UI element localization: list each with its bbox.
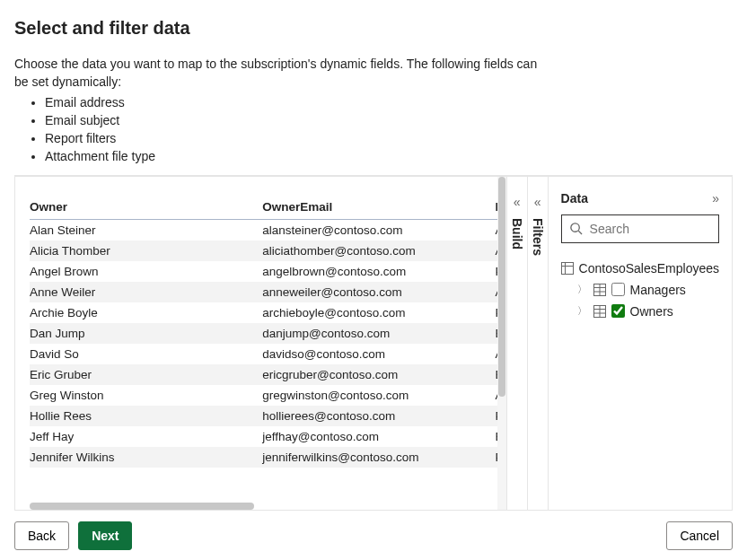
intro-lead: Choose the data you want to map to the s… [14,57,537,89]
table-node-managers[interactable]: 〉 Managers [561,279,719,301]
table-row[interactable]: Eric Gruberericgruber@contoso.comEthan B… [30,364,506,385]
table-cell: ericgruber@contoso.com [262,364,495,385]
table-row[interactable]: Greg Winstongregwinston@contoso.comAmeli… [30,385,506,406]
table-cell: hollierees@contoso.com [262,406,495,426]
table-row[interactable]: Alan Steineralansteiner@contoso.comAmeli… [30,219,506,241]
table-cell: angelbrown@contoso.com [262,261,495,282]
table-cell: davidso@contoso.com [262,344,495,364]
svg-rect-2 [561,262,573,274]
table-cell: Archie Boyle [30,302,262,323]
intro-block: Choose the data you want to map to the s… [14,55,553,166]
table-cell: Jennifer Wilkins [30,447,262,468]
chevron-right-icon[interactable]: 〉 [577,304,588,318]
table-node-owners[interactable]: 〉 Owners [561,301,719,322]
data-tree: ContosoSalesEmployees 〉 Managers 〉 Owner… [561,258,719,322]
dataset-label: ContosoSalesEmployees [579,261,719,276]
table-cell: David So [30,344,262,364]
build-rail[interactable]: « Build [506,177,527,510]
chevron-right-icon[interactable]: 〉 [577,283,588,296]
table-cell: Anne Weiler [30,282,262,302]
table-pane: Owner OwnerEmail Manager Alan Steinerala… [15,177,506,510]
dataset-node[interactable]: ContosoSalesEmployees [561,258,719,279]
intro-bullets: Email address Email subject Report filte… [14,93,553,166]
table-cell: Alan Steiner [30,219,262,241]
col-header-email[interactable]: OwnerEmail [262,197,495,220]
col-header-owner[interactable]: Owner [30,197,262,220]
table-cell: Alicia Thomber [30,241,262,261]
table-row[interactable]: Jeff Hayjeffhay@contoso.comEthan Brooks [30,426,506,447]
intro-bullet: Attachment file type [45,147,553,165]
table-label: Managers [630,283,686,297]
svg-point-0 [570,223,578,232]
table-cell: jeffhay@contoso.com [262,426,495,447]
data-table: Owner OwnerEmail Manager Alan Steinerala… [30,197,506,468]
intro-bullet: Email subject [45,111,553,129]
table-row[interactable]: David Sodavidso@contoso.comAmelie Garner [30,344,506,364]
search-input[interactable] [588,221,711,237]
cancel-button[interactable]: Cancel [666,521,733,550]
table-row[interactable]: Hollie Reeshollierees@contoso.comPeyton … [30,406,506,426]
filters-rail-label: Filters [531,218,545,256]
footer: Back Next Cancel [14,521,733,550]
chevron-left-double-icon: « [534,195,541,209]
table-checkbox-owners[interactable] [611,304,625,318]
table-cell: Hollie Rees [30,406,262,426]
table-cell: jenniferwilkins@contoso.com [262,447,495,468]
table-row[interactable]: Angel Brownangelbrown@contoso.comPeyton … [30,261,506,282]
table-icon [593,305,606,318]
table-cell: Dan Jump [30,323,262,344]
svg-line-1 [578,232,582,235]
table-cell: archieboyle@contoso.com [262,302,495,323]
chevron-right-double-icon[interactable]: » [712,191,719,206]
horizontal-scrollbar[interactable] [30,503,497,510]
intro-bullet: Report filters [45,129,553,147]
table-checkbox-managers[interactable] [611,283,625,296]
table-cell: Eric Gruber [30,364,262,385]
search-icon [569,222,583,235]
table-cell: anneweiler@contoso.com [262,282,495,302]
table-row[interactable]: Dan Jumpdanjump@contoso.comEthan Brooks [30,323,506,344]
next-button[interactable]: Next [78,521,132,550]
table-cell: danjump@contoso.com [262,323,495,344]
table-cell: Greg Winston [30,385,262,406]
search-input-wrap[interactable] [561,214,719,243]
back-button[interactable]: Back [14,521,69,550]
page-title: Select and filter data [14,18,733,39]
table-label: Owners [630,304,673,319]
table-row[interactable]: Alicia Thomberaliciathomber@contoso.comA… [30,241,506,261]
table-cell: aliciathomber@contoso.com [262,241,495,261]
data-pane: Data » ContosoSalesEmployees 〉 [548,177,732,510]
filters-rail[interactable]: « Filters [527,177,548,510]
semantic-model-icon [561,262,574,275]
table-row[interactable]: Archie Boylearchieboyle@contoso.comPeyto… [30,302,506,323]
table-row[interactable]: Jennifer Wilkinsjenniferwilkins@contoso.… [30,447,506,468]
intro-bullet: Email address [45,93,553,111]
vertical-scrollbar[interactable] [497,177,506,510]
table-row[interactable]: Anne Weileranneweiler@contoso.comAmelie … [30,282,506,302]
build-rail-label: Build [510,218,524,249]
table-icon [593,284,606,296]
table-cell: alansteiner@contoso.com [262,219,495,241]
table-cell: Jeff Hay [30,426,262,447]
chevron-left-double-icon: « [514,195,521,209]
data-pane-title: Data [561,191,588,206]
table-cell: gregwinston@contoso.com [262,385,495,406]
workspace: Owner OwnerEmail Manager Alan Steinerala… [14,175,733,511]
table-cell: Angel Brown [30,261,262,282]
